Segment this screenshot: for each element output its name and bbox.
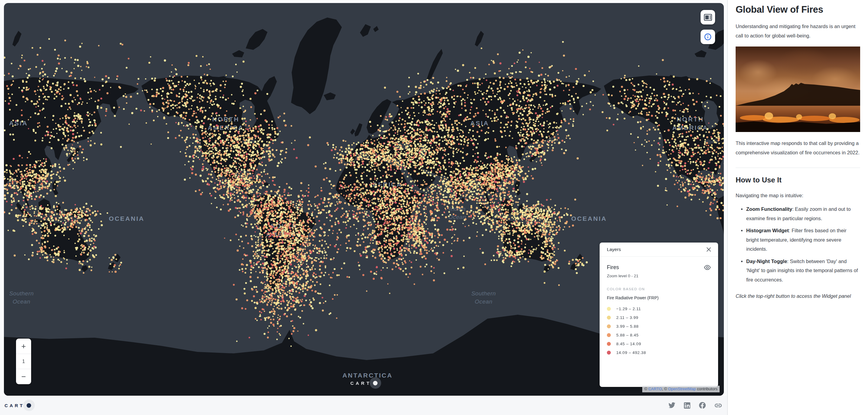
close-icon [706,247,711,252]
map-description-paragraph: This interactive map responds to that ca… [736,139,860,157]
info-icon [704,33,711,40]
info-button[interactable] [701,30,715,44]
bullet-term: Day-Night Toggle [746,259,787,264]
legend: −1.29 – 2.112.11 – 3.993.99 – 5.885.88 –… [607,305,711,357]
attribution-text: , © [662,387,668,391]
sidebar-divider [736,168,860,168]
intro-paragraph: Understanding and mitigating fire hazard… [736,22,860,40]
bullet-term: Histogram Widget [746,228,789,233]
legend-item: 14.09 – 492.38 [607,348,711,357]
sidebar: Global View of Fires Understanding and m… [728,0,868,415]
page-title: Global View of Fires [736,4,860,15]
attribution-text: © [644,387,648,391]
bullet-term: Zoom Functionality [746,206,792,212]
legend-label: 8.45 – 14.09 [616,342,641,346]
photo-silhouette-layer [736,46,860,132]
watermark-text: CART [350,381,371,386]
layer-visibility-toggle[interactable] [704,264,711,271]
zoom-out-button[interactable]: − [16,369,31,384]
layers-panel: Layers Fires Zoom level 0 - 21 COLOR BAS [600,243,718,387]
legend-item: 2.11 – 3.99 [607,313,711,322]
legend-label: 5.88 – 8.45 [616,333,639,338]
how-to-use-intro: Navigating the map is intuitive: [736,191,860,200]
instructions-list: Zoom Functionality: Easily zoom in and o… [736,204,860,284]
twitter-share-button[interactable] [668,402,676,409]
legend-color-dot [607,307,611,311]
carto-logo-text: CART [4,403,25,408]
how-to-use-heading: How to Use It [736,176,860,184]
legend-label: 2.11 – 3.99 [616,315,638,320]
layer-zoom-range: Zoom level 0 - 21 [607,274,711,278]
linkedin-icon [684,402,690,409]
zoom-in-button[interactable]: + [16,339,31,354]
carto-attribution-link[interactable]: CARTO [648,387,662,391]
carto-logo[interactable]: CART [4,400,35,411]
legend-color-dot [607,333,611,337]
facebook-share-button[interactable] [699,402,706,409]
legend-label: −1.29 – 2.11 [616,307,641,311]
legend-color-dot [607,324,611,328]
watermark-dot-icon [373,381,377,385]
carto-logo-o-icon [27,403,31,408]
watermark-circle [370,377,381,389]
legend-item: −1.29 – 2.11 [607,305,711,313]
eye-icon [704,264,711,271]
legend-color-dot [607,342,611,346]
widget-panel-button[interactable] [701,10,715,25]
social-links [668,402,722,409]
list-item: Zoom Functionality: Easily zoom in and o… [746,204,860,223]
legend-item: 5.88 – 8.45 [607,331,711,340]
attribution-text: contributors [696,387,717,391]
layer-name: Fires [607,264,619,270]
widget-panel-hint: Click the top-right button to access the… [736,291,860,300]
legend-color-dot [607,316,611,320]
zoom-level-indicator: 1 [16,354,31,369]
map-attribution: © CARTO, © OpenStreetMap contributors [642,386,720,392]
legend-label: 3.99 – 5.88 [616,324,639,329]
legend-label: 14.09 – 492.38 [616,350,646,355]
layers-panel-title: Layers [607,247,621,252]
facebook-icon [699,402,706,409]
carto-logo-o-halo [23,400,35,411]
zoom-control: + 1 − [16,339,31,384]
map-canvas-area[interactable]: ASIANORTH AMERICASOUTH AMERICAAFRICAASIA… [4,3,724,396]
share-link-icon [714,402,722,409]
linkedin-share-button[interactable] [684,402,690,409]
layers-panel-header: Layers [600,243,718,257]
color-attribute-name: Fire Radiative Power (FRP) [607,295,711,300]
widget-panel-icon [704,14,712,21]
color-based-on-label: COLOR BASED ON [607,287,711,291]
basemap-carto-watermark: CART [350,377,381,389]
map-column: ASIANORTH AMERICASOUTH AMERICAAFRICAASIA… [0,0,727,415]
copy-link-button[interactable] [714,402,722,409]
twitter-icon [668,402,676,409]
list-item: Histogram Widget: Filter fires based on … [746,226,860,254]
osm-attribution-link[interactable]: OpenStreetMap [668,387,696,391]
wildfire-photo [736,46,860,132]
legend-item: 8.45 – 14.09 [607,340,711,348]
list-item: Day-Night Toggle: Switch between 'Day' a… [746,257,860,285]
legend-item: 3.99 – 5.88 [607,322,711,331]
legend-color-dot [607,351,611,355]
footer-bar: CART [0,396,727,415]
layers-panel-close-button[interactable] [706,247,711,252]
